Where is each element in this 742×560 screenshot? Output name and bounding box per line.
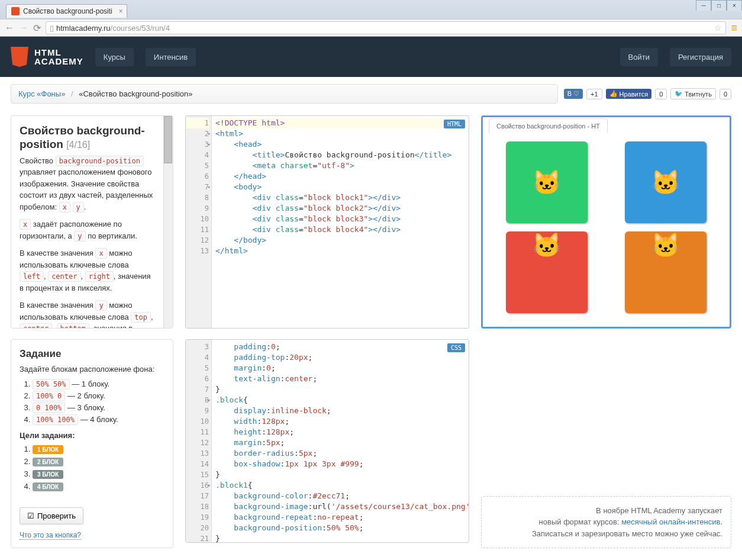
- task-item: 0 100% — 3 блоку.: [33, 403, 164, 412]
- html-badge: HTML: [444, 120, 465, 128]
- html-gutter: 12345678910111213: [186, 116, 212, 328]
- fb-like-button[interactable]: 👍 Нравится: [606, 89, 652, 99]
- url-path: /courses/53/run/4: [111, 24, 170, 33]
- goal-badge: 1 БЛОК: [33, 445, 63, 454]
- minimize-button[interactable]: ─: [696, 0, 711, 11]
- goals-list: 1 БЛОК 2 БЛОК 3 БЛОК 4 БЛОК: [20, 445, 164, 491]
- back-button[interactable]: ←: [5, 22, 14, 33]
- theory-p3: В качестве значения x можно использовать…: [20, 247, 164, 294]
- breadcrumb-link[interactable]: Курс «Фоны»: [18, 89, 65, 98]
- breadcrumb-current: «Свойство background-position»: [79, 89, 192, 98]
- nav-courses[interactable]: Курсы: [95, 48, 134, 66]
- goal-badge: 2 БЛОК: [33, 458, 63, 466]
- preview-block-4: 🐱: [625, 231, 706, 313]
- task-item: 50% 50% — 1 блоку.: [33, 379, 164, 388]
- theory-title: Свойство background-position [4/16]: [20, 124, 164, 152]
- task-item: 100% 100% — 4 блоку.: [33, 415, 164, 424]
- maximize-button[interactable]: □: [711, 0, 727, 11]
- reload-button[interactable]: ⟳: [33, 22, 41, 34]
- forward-button[interactable]: →: [19, 22, 28, 33]
- task-list: 50% 50% — 1 блоку. 100% 0 — 2 блоку. 0 1…: [20, 379, 164, 424]
- browser-chrome: ─ □ × Свойство background-positi × ← → ⟳…: [0, 0, 742, 37]
- login-button[interactable]: Войти: [620, 48, 658, 66]
- nav-intensive[interactable]: Интенсив: [146, 48, 196, 66]
- bookmark-icon[interactable]: ☆: [714, 23, 722, 33]
- check-icon: ☑: [27, 511, 34, 520]
- css-badge: CSS: [447, 343, 465, 352]
- tab-title: Свойство background-positi: [23, 7, 112, 15]
- scrollbar[interactable]: [163, 116, 173, 328]
- promo-panel: В ноябре HTML Academy запускает новый фо…: [481, 496, 731, 549]
- task-panel: Задание Задайте блокам расположение фона…: [11, 339, 173, 548]
- close-button[interactable]: ×: [727, 0, 742, 11]
- register-button[interactable]: Регистрация: [670, 48, 731, 66]
- fb-count: 0: [655, 89, 667, 99]
- address-bar-row: ← → ⟳ ▯ htmlacademy.ru/courses/53/run/4 …: [0, 19, 742, 36]
- preview-body: 🐱 🐱 🐱 🐱: [483, 133, 730, 321]
- logo-text: HTMLACADEMY: [34, 48, 83, 66]
- preview-block-1: 🐱: [506, 141, 588, 223]
- social-buttons: В ♡ +1 👍 Нравится 0 🐦 Твитнуть 0: [564, 88, 731, 99]
- theory-p4: В качестве значения y можно использовать…: [20, 300, 164, 329]
- favicon-icon: [11, 7, 20, 15]
- theory-p1: Свойство background-position управляет р…: [20, 155, 164, 213]
- tw-button[interactable]: 🐦 Твитнуть: [670, 88, 716, 99]
- css-code[interactable]: padding:0; padding-top:20px; margin:0; t…: [212, 340, 469, 543]
- breadcrumb: Курс «Фоны» / «Свойство background-posit…: [11, 84, 558, 104]
- window-buttons: ─ □ ×: [696, 0, 742, 11]
- preview-panel: Свойство background-position - HT 🐱 🐱 🐱 …: [481, 115, 731, 329]
- tw-count: 0: [720, 89, 731, 99]
- scroll-thumb[interactable]: [164, 116, 172, 163]
- progress: [4/16]: [66, 140, 90, 150]
- check-button[interactable]: ☑ Проверить: [20, 507, 83, 524]
- theory-p2: x задаёт расположение по горизонтали, а …: [20, 218, 164, 242]
- vk-count: +1: [586, 89, 602, 99]
- task-item: 100% 0 — 2 блоку.: [33, 391, 164, 400]
- browser-tab[interactable]: Свойство background-positi ×: [6, 4, 127, 18]
- promo-link[interactable]: месячный онлайн-интенсив: [621, 517, 720, 526]
- goal-badge: 4 БЛОК: [33, 482, 63, 491]
- tab-close-icon[interactable]: ×: [119, 7, 123, 15]
- css-editor[interactable]: CSS 3456789101112131415161718192021 padd…: [185, 339, 469, 543]
- css-gutter: 3456789101112131415161718192021: [186, 340, 212, 542]
- logo[interactable]: HTMLACADEMY: [11, 47, 83, 67]
- site-header: HTMLACADEMY Курсы Интенсив Войти Регистр…: [0, 37, 742, 77]
- goal-badge: 3 БЛОК: [33, 470, 63, 479]
- preview-block-3: 🐱: [506, 231, 588, 313]
- logo-shield-icon: [11, 47, 28, 67]
- menu-icon[interactable]: ≡: [731, 22, 737, 34]
- url-host: htmlacademy.ru: [56, 24, 111, 33]
- preview-tab: Свойство background-position - HT: [489, 118, 608, 133]
- task-intro: Задайте блокам расположение фона:: [20, 365, 164, 374]
- help-link[interactable]: Что это за кнопка?: [20, 531, 81, 540]
- task-title: Задание: [20, 348, 164, 360]
- preview-block-2: 🐱: [625, 141, 706, 223]
- html-code[interactable]: <!DOCTYPE html> <html> <head> <title>Сво…: [212, 116, 469, 258]
- vk-button[interactable]: В ♡: [564, 89, 583, 99]
- theory-panel: Свойство background-position [4/16] Свой…: [11, 115, 173, 329]
- page-icon: ▯: [50, 24, 54, 33]
- goals-label: Цели задания:: [20, 431, 164, 440]
- url-input[interactable]: ▯ htmlacademy.ru/courses/53/run/4 ☆: [46, 21, 726, 34]
- html-editor[interactable]: HTML 12345678910111213 <!DOCTYPE html> <…: [185, 115, 469, 329]
